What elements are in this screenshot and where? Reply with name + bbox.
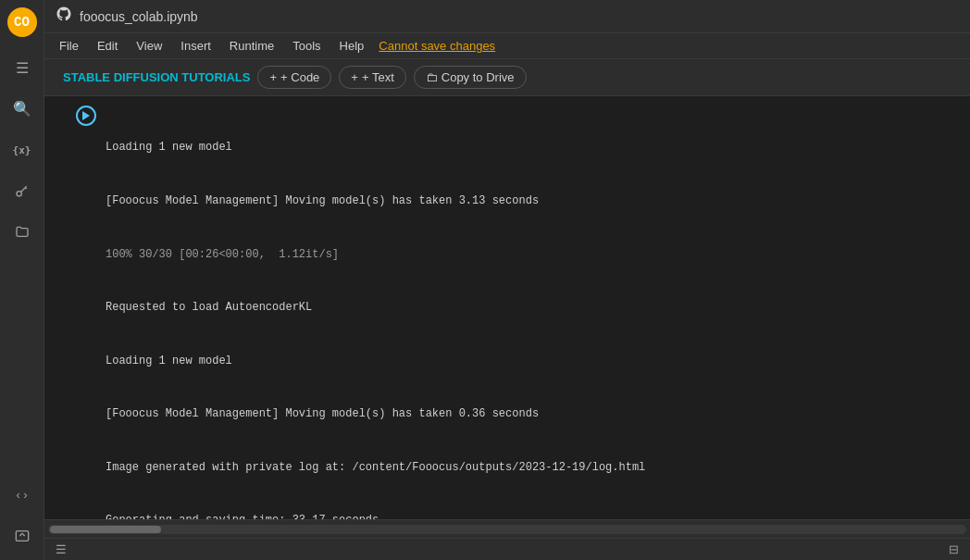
copy-to-drive-button[interactable]: 🗀 Copy to Drive xyxy=(414,66,527,89)
plus-code-icon: + xyxy=(269,70,277,84)
sidebar-icon-search[interactable]: 🔍 xyxy=(9,96,35,122)
code-btn-label: + Code xyxy=(280,70,319,84)
cell-output-area: Loading 1 new model [Fooocus Model Manag… xyxy=(44,96,970,519)
menu-help[interactable]: Help xyxy=(332,37,372,55)
menu-runtime[interactable]: Runtime xyxy=(222,37,281,55)
notebook-title: fooocus_colab.ipynb xyxy=(80,9,198,24)
menu-view[interactable]: View xyxy=(129,37,169,55)
toolbar: STABLE DIFFUSION TUTORIALS + + Code + + … xyxy=(44,59,970,96)
colab-logo: CO xyxy=(7,7,37,37)
bottom-bar: ☰ ⊟ xyxy=(44,538,970,560)
svg-rect-1 xyxy=(16,531,28,541)
add-text-button[interactable]: + + Text xyxy=(339,66,405,89)
cell-run-button[interactable] xyxy=(76,106,96,126)
svg-marker-2 xyxy=(82,111,90,120)
scrollbar-thumb[interactable] xyxy=(50,526,161,533)
output-line-2: 100% 30/30 [00:26<00:00, 1.12it/s] xyxy=(104,246,963,264)
output-line-0: Loading 1 new model xyxy=(104,139,963,156)
scrollbar-track xyxy=(48,525,966,534)
copy-drive-label: Copy to Drive xyxy=(441,70,515,84)
output-line-7: Generating and saving time: 33.17 second… xyxy=(104,512,963,519)
horizontal-scrollbar[interactable] xyxy=(44,519,970,538)
sidebar-icon-arrows[interactable]: ‹› xyxy=(9,482,35,508)
main-content: fooocus_colab.ipynb File Edit View Inser… xyxy=(44,0,970,560)
drive-icon: 🗀 xyxy=(426,70,438,84)
sidebar-icon-folder[interactable] xyxy=(9,218,35,244)
cell-output-content: Loading 1 new model [Fooocus Model Manag… xyxy=(104,104,963,519)
menu-insert[interactable]: Insert xyxy=(173,37,218,55)
cell-gutter xyxy=(52,104,104,519)
topbar: fooocus_colab.ipynb xyxy=(44,0,970,33)
menubar: File Edit View Insert Runtime Tools Help… xyxy=(44,33,970,59)
sidebar: CO ☰ 🔍 {x} ‹› xyxy=(0,0,44,560)
github-icon xyxy=(56,6,72,27)
sidebar-icon-key[interactable] xyxy=(9,178,35,204)
watermark-text: STABLE DIFFUSION TUTORIALS xyxy=(63,70,250,84)
menu-edit[interactable]: Edit xyxy=(90,37,125,55)
bottom-icon-2[interactable]: ⊟ xyxy=(949,542,959,556)
cannot-save-link[interactable]: Cannot save changes xyxy=(379,39,495,53)
output-line-3: Requested to load AutoencoderKL xyxy=(104,299,963,317)
sidebar-icon-code[interactable]: {x} xyxy=(9,137,35,163)
menu-file[interactable]: File xyxy=(52,37,86,55)
add-code-button[interactable]: + + Code xyxy=(257,66,331,89)
sidebar-icon-list[interactable]: ☰ xyxy=(9,56,35,81)
sidebar-icon-terminal[interactable] xyxy=(9,523,35,549)
text-btn-label: + Text xyxy=(362,70,394,84)
output-line-6: Image generated with private log at: /co… xyxy=(104,459,963,477)
plus-text-icon: + xyxy=(351,70,358,84)
output-line-5: [Fooocus Model Management] Moving model(… xyxy=(104,405,963,423)
output-cell: Loading 1 new model [Fooocus Model Manag… xyxy=(44,104,970,519)
output-line-4: Loading 1 new model xyxy=(104,353,963,370)
menu-tools[interactable]: Tools xyxy=(285,37,328,55)
output-line-1: [Fooocus Model Management] Moving model(… xyxy=(104,193,963,210)
bottom-icon-1[interactable]: ☰ xyxy=(56,542,67,556)
